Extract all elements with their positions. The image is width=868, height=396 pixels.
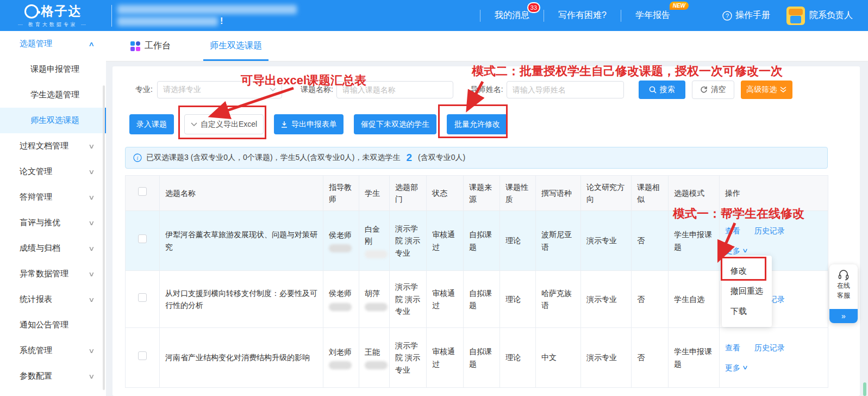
sidebar-item-topic-management[interactable]: 选题管理∧: [0, 31, 106, 57]
sidebar-item-abnormal-data[interactable]: 异常数据管理∨: [0, 261, 106, 287]
sidebar-item-student-topic[interactable]: 学生选题管理: [0, 82, 106, 108]
cell-nature: 理论: [500, 271, 536, 328]
view-link[interactable]: 查看: [725, 342, 740, 354]
history-link[interactable]: 历史记录: [754, 342, 785, 354]
col-language: 撰写语种: [536, 176, 581, 211]
blurred-name: [329, 303, 352, 311]
cell-topic-name: 河南省产业结构变化对消费结构升级的影响: [160, 328, 323, 388]
chevron-down-icon: [191, 122, 197, 127]
sidebar-item-defense-management[interactable]: 答辩管理∨: [0, 184, 106, 210]
logo-icon: [24, 4, 39, 18]
tutor-name-input[interactable]: [507, 81, 624, 98]
chevron-down-icon: ∨: [88, 168, 95, 176]
row-checkbox[interactable]: [138, 293, 147, 302]
school-name-blurred: !: [117, 5, 297, 26]
more-link[interactable]: 更多: [725, 362, 740, 374]
dropdown-item-download[interactable]: 下载: [722, 301, 772, 321]
cell-source: 自拟课题: [464, 328, 500, 388]
sidebar-item-blind-review[interactable]: 盲评与推优∨: [0, 210, 106, 236]
view-link[interactable]: 查看: [725, 225, 740, 237]
cell-direction: 演示专业: [581, 328, 632, 388]
tutor-name-label: 导师姓名:: [471, 85, 503, 95]
summary-info-bar: i 已双选课题3 (含双专业0人，0个课题)，学生5人(含双专业0人)，未双选学…: [125, 147, 828, 169]
sidebar-item-system[interactable]: 系统管理∨: [0, 338, 106, 363]
svg-text:?: ?: [726, 13, 729, 19]
top-nav: 我的消息 33 写作有困难? 学年报告 NEW ? 操作手册 院系负责人: [480, 0, 868, 31]
cell-similarity: 否: [632, 271, 669, 328]
dropdown-item-withdraw[interactable]: 撤回重选: [722, 281, 772, 301]
tab-workbench[interactable]: 工作台: [130, 40, 171, 52]
nav-annual-report[interactable]: 学年报告 NEW: [621, 10, 684, 21]
sidebar-item-process-docs[interactable]: 过程文档管理∨: [0, 133, 106, 159]
cell-similarity: 否: [632, 328, 669, 388]
major-label: 专业:: [135, 85, 153, 95]
export-form-button[interactable]: 导出申报表单: [274, 114, 344, 134]
cell-teacher: 侯老师: [323, 271, 359, 328]
blurred-name: [365, 250, 388, 258]
col-nature: 课题性质: [500, 176, 536, 211]
svg-text:i: i: [137, 155, 139, 161]
cell-mode: 学生申报课题: [669, 328, 720, 388]
more-link[interactable]: 更多: [725, 245, 740, 257]
tab-mutual-selection[interactable]: 师生双选课题: [203, 31, 268, 61]
search-icon: [649, 86, 657, 94]
refresh-icon: [700, 86, 708, 94]
sidebar-item-grades-archive[interactable]: 成绩与归档∨: [0, 236, 106, 261]
more-actions-dropdown: 修改 撤回重选 下载: [722, 256, 772, 327]
sidebar-item-mutual-selection[interactable]: 师生双选课题: [0, 108, 106, 133]
sidebar-scrollbar[interactable]: [103, 85, 105, 390]
cell-student: 胡萍: [359, 271, 390, 328]
batch-allow-modify-button[interactable]: 批量允许修改: [447, 114, 508, 134]
chevron-down-icon: ∨: [742, 363, 748, 373]
school-suffix: !: [220, 16, 223, 26]
cell-status: 审核通过: [427, 211, 464, 271]
dropdown-item-modify[interactable]: 修改: [722, 261, 772, 281]
action-button-row: 录入课题 自定义导出Excel 导出申报表单 催促下未双选的学生 批量允许修改: [129, 114, 860, 134]
manual-button[interactable]: ? 操作手册: [722, 10, 770, 21]
nav-my-messages[interactable]: 我的消息 33: [480, 10, 544, 21]
custom-export-excel-button[interactable]: 自定义导出Excel: [184, 114, 264, 134]
chevron-down-icon: ∨: [88, 373, 95, 380]
cell-similarity: 否: [632, 211, 669, 271]
chevron-down-icon: ∨: [88, 347, 95, 355]
nav-writing-help[interactable]: 写作有困难?: [544, 10, 621, 21]
col-teacher: 指导教师: [323, 176, 359, 211]
clear-button[interactable]: 清空: [692, 81, 734, 99]
row-checkbox[interactable]: [138, 351, 147, 360]
user-role-menu[interactable]: 院系负责人: [786, 7, 853, 25]
service-label: 在线客服: [837, 281, 850, 300]
cell-language: 中文: [536, 328, 581, 388]
row-checkbox[interactable]: [138, 234, 147, 243]
new-badge: NEW: [670, 2, 689, 10]
question-circle-icon: ?: [722, 11, 732, 21]
page-scrollbar-thumb[interactable]: [863, 382, 866, 396]
info-circle-icon: i: [133, 153, 142, 162]
advanced-filter-button[interactable]: 高级筛选: [741, 81, 792, 99]
urge-students-button[interactable]: 催促下未双选的学生: [354, 114, 436, 134]
cell-source: 自拟课题: [464, 211, 500, 271]
logo-tagline: 教育大数据专家: [15, 21, 91, 28]
sidebar-item-parameters[interactable]: 参数配置∨: [0, 363, 106, 389]
col-direction: 论文研究方向: [581, 176, 632, 211]
annotation-mode-two: 模式二：批量授权学生自己修改课题，授权一次可修改一次: [472, 63, 783, 79]
cell-direction: 演示专业: [581, 271, 632, 328]
cell-teacher: 侯老师: [323, 211, 359, 271]
add-topic-button[interactable]: 录入课题: [129, 114, 174, 134]
cell-direction: 演示专业: [581, 211, 632, 271]
table-row: 河南省产业结构变化对消费结构升级的影响 刘老师 王能 演示学院 演示专业 审核通…: [126, 328, 828, 388]
mascot-avatar: [786, 7, 805, 25]
chevron-down-icon: ∨: [88, 296, 95, 304]
chevron-down-icon: ∨: [88, 270, 95, 278]
history-link[interactable]: 历史记录: [754, 225, 785, 237]
sidebar-item-topic-declare[interactable]: 课题申报管理: [0, 57, 106, 82]
sidebar-item-statistics[interactable]: 统计报表∨: [0, 287, 106, 312]
search-button[interactable]: 搜索: [639, 81, 685, 99]
col-topic-name: 选题名称: [160, 176, 323, 211]
service-expand-button[interactable]: »: [829, 309, 858, 323]
cell-teacher: 刘老师: [323, 328, 359, 388]
select-all-checkbox[interactable]: [138, 187, 147, 196]
sidebar-item-notice[interactable]: 通知公告管理: [0, 312, 106, 338]
sidebar-item-thesis-management[interactable]: 论文管理∨: [0, 159, 106, 184]
online-service-widget[interactable]: 在线客服 »: [829, 264, 858, 323]
cell-student: 王能: [359, 328, 390, 388]
